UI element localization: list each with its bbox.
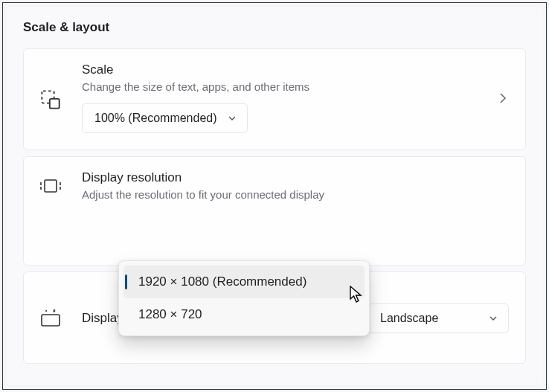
resolution-title: Display resolution (82, 170, 509, 185)
section-title: Scale & layout (23, 20, 526, 35)
svg-rect-2 (45, 180, 57, 192)
svg-rect-1 (50, 98, 60, 108)
selection-marker (125, 274, 127, 289)
svg-rect-7 (42, 315, 60, 326)
window-border: Scale & layout Scale Change the size of … (2, 2, 547, 390)
dropdown-option-label: 1280 × 720 (138, 307, 202, 322)
scale-body: Scale Change the size of text, apps, and… (82, 62, 476, 133)
scale-value: 100% (Recommended) (94, 112, 217, 125)
orientation-combobox[interactable]: Landscape (367, 303, 509, 333)
settings-panel: Scale & layout Scale Change the size of … (7, 7, 542, 385)
resolution-dropdown[interactable]: 1920 × 1080 (Recommended) 1280 × 720 (118, 260, 370, 336)
chevron-down-icon (228, 114, 237, 123)
scale-desc: Change the size of text, apps, and other… (82, 80, 476, 93)
orientation-icon (40, 309, 61, 330)
resolution-card[interactable]: Display resolution Adjust the resolution… (23, 156, 526, 266)
chevron-down-icon (489, 314, 498, 323)
dropdown-option-label: 1920 × 1080 (Recommended) (138, 274, 306, 289)
dropdown-option[interactable]: 1920 × 1080 (Recommended) (123, 266, 365, 298)
chevron-right-icon[interactable] (497, 92, 509, 104)
scale-title: Scale (82, 62, 476, 77)
resolution-desc: Adjust the resolution to fit your connec… (82, 188, 509, 201)
scale-icon (40, 89, 61, 110)
scale-combobox[interactable]: 100% (Recommended) (82, 103, 248, 133)
resolution-icon (40, 177, 61, 198)
dropdown-option[interactable]: 1280 × 720 (123, 298, 365, 331)
resolution-body: Display resolution Adjust the resolution… (82, 170, 509, 201)
scale-card[interactable]: Scale Change the size of text, apps, and… (23, 48, 526, 150)
orientation-value: Landscape (380, 312, 438, 325)
